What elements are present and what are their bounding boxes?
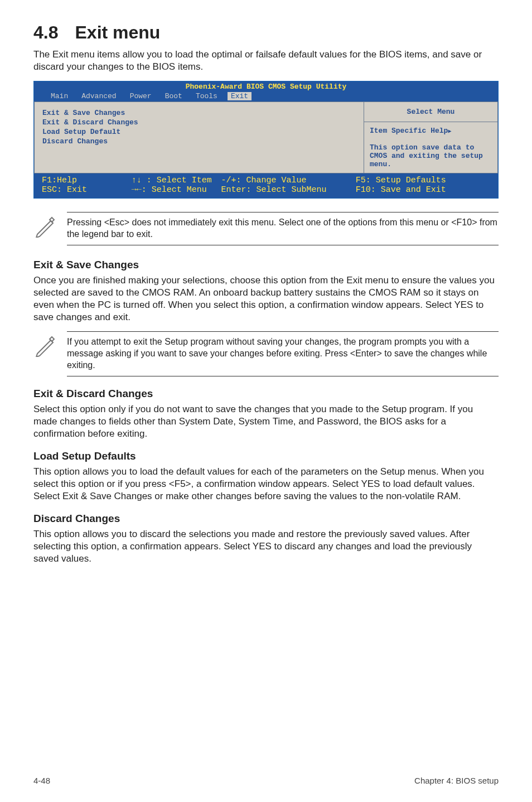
bios-tab-exit[interactable]: Exit xyxy=(228,92,252,100)
page-number: 4-48 xyxy=(33,776,50,785)
bios-tab-bar: Main Advanced Power Boot Tools Exit xyxy=(34,92,498,102)
bios-option-exit-discard[interactable]: Exit & Discard Changes xyxy=(42,118,356,127)
bios-body: Exit & Save Changes Exit & Discard Chang… xyxy=(34,102,498,173)
intro-paragraph: The Exit menu items allow you to load th… xyxy=(33,49,499,73)
note-box-2: If you attempt to exit the Setup program… xyxy=(33,331,499,376)
page-container: 4.8Exit menu The Exit menu items allow y… xyxy=(0,0,532,802)
bios-legend-esc: ESC: Exit xyxy=(42,185,132,195)
bios-legend-select-menu: →←: Select Menu xyxy=(132,185,221,195)
heading-discard-changes: Discard Changes xyxy=(33,513,499,525)
bios-legend-f1: F1:Help xyxy=(42,176,132,185)
bios-legend-select-item: ↑↓ : Select Item xyxy=(132,176,221,185)
bios-options-panel: Exit & Save Changes Exit & Discard Chang… xyxy=(34,102,364,173)
bios-help-panel: Select Menu Item Specific Help▶ This opt… xyxy=(364,102,498,173)
heading-exit-save: Exit & Save Changes xyxy=(33,259,499,271)
body-exit-discard: Select this option only if you do not wa… xyxy=(33,403,499,440)
bios-option-exit-save[interactable]: Exit & Save Changes xyxy=(42,109,356,117)
main-content: 4.8Exit menu The Exit menu items allow y… xyxy=(33,22,499,759)
bios-help-body: Item Specific Help▶ This option save dat… xyxy=(364,122,498,173)
pencil-icon xyxy=(33,331,57,359)
bios-tab-advanced[interactable]: Advanced xyxy=(78,92,119,100)
bios-legend-change: -/+: Change Value xyxy=(221,176,356,185)
bios-screenshot: Phoenix-Award BIOS CMOS Setup Utility Ma… xyxy=(33,81,499,199)
bios-tab-power[interactable]: Power xyxy=(127,92,155,100)
bios-help-desc: This option save data to CMOS and exitin… xyxy=(370,143,492,168)
bios-legend-bar: F1:Help ↑↓ : Select Item -/+: Change Val… xyxy=(34,173,498,198)
bios-option-discard[interactable]: Discard Changes xyxy=(42,137,356,146)
bios-legend-enter: Enter: Select SubMenu xyxy=(221,185,356,195)
pencil-icon xyxy=(33,212,57,240)
bios-help-item: Item Specific Help▶ xyxy=(370,127,492,135)
note-text-1: Pressing <Esc> does not immediately exit… xyxy=(67,212,499,245)
heading-exit-discard: Exit & Discard Changes xyxy=(33,388,499,400)
bios-tab-tools[interactable]: Tools xyxy=(192,92,221,100)
note-box-1: Pressing <Esc> does not immediately exit… xyxy=(33,212,499,245)
bios-legend-f5: F5: Setup Defaults xyxy=(356,176,490,185)
bios-tab-boot[interactable]: Boot xyxy=(162,92,186,100)
section-number: 4.8 xyxy=(33,22,58,42)
bios-legend-f10: F10: Save and Exit xyxy=(356,185,490,195)
body-exit-save: Once you are finished making your select… xyxy=(33,274,499,323)
heading-load-defaults: Load Setup Defaults xyxy=(33,450,499,462)
triangle-right-icon: ▶ xyxy=(448,128,451,134)
bios-option-load-default[interactable]: Load Setup Default xyxy=(42,128,356,136)
bios-title: Phoenix-Award BIOS CMOS Setup Utility xyxy=(34,81,498,92)
bios-help-title: Select Menu xyxy=(364,102,498,122)
body-discard-changes: This option allows you to discard the se… xyxy=(33,528,499,565)
body-load-defaults: This option allows you to load the defau… xyxy=(33,466,499,503)
page-title: 4.8Exit menu xyxy=(33,22,499,43)
page-footer: 4-48 Chapter 4: BIOS setup xyxy=(33,759,499,785)
bios-tab-main[interactable]: Main xyxy=(47,92,71,100)
section-title: Exit menu xyxy=(75,22,160,42)
note-text-2: If you attempt to exit the Setup program… xyxy=(67,331,499,376)
bios-help-item-text: Item Specific Help xyxy=(370,127,448,135)
chapter-label: Chapter 4: BIOS setup xyxy=(414,776,499,785)
